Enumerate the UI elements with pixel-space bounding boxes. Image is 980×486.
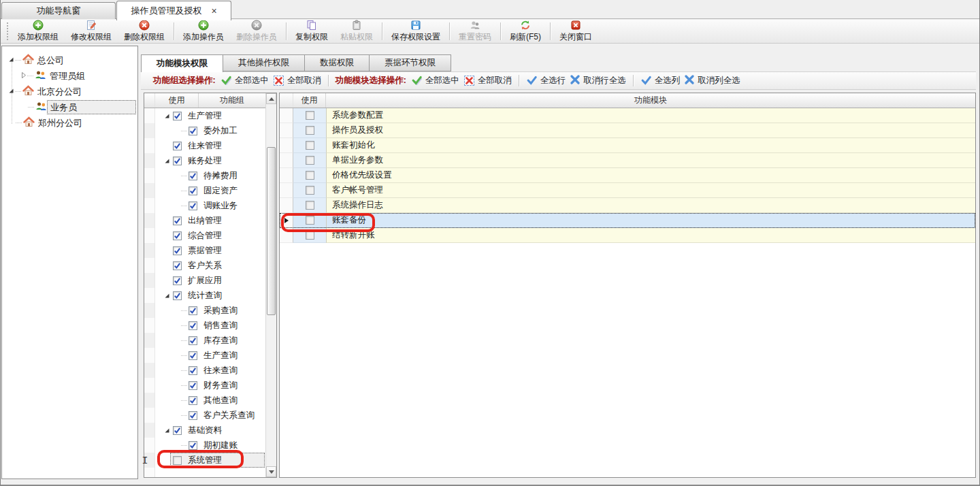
toolbar-button-关闭窗口[interactable]: 关闭窗口	[553, 20, 598, 43]
func-group-item-生产管理[interactable]: 生产管理	[155, 108, 265, 123]
checkbox-checked[interactable]	[189, 396, 197, 405]
perm-tab-票据环节权限[interactable]: 票据环节权限	[370, 54, 451, 71]
checkbox-unchecked[interactable]	[306, 216, 314, 225]
checkbox-checked[interactable]	[189, 187, 197, 195]
func-group-item-统计查询[interactable]: 统计查询	[155, 288, 265, 303]
checkbox-unchecked[interactable]	[306, 126, 314, 135]
checkbox-checked[interactable]	[173, 261, 182, 270]
toolbar-button-复制权限[interactable]: 复制权限	[289, 20, 334, 43]
checkbox-checked[interactable]	[189, 366, 197, 375]
checkbox-checked[interactable]	[189, 306, 197, 315]
func-group-item-销售查询[interactable]: 销售查询	[155, 318, 265, 333]
checkbox-checked[interactable]	[189, 201, 197, 210]
module-select-all-button[interactable]: 全部选中	[411, 75, 459, 87]
checkbox-unchecked[interactable]	[306, 231, 314, 240]
toolbar-button-粘贴权限[interactable]: 粘贴权限	[334, 20, 379, 43]
org-tree-item-管理员组[interactable]: 管理员组	[2, 68, 137, 84]
func-group-item-委外加工[interactable]: 委外加工	[155, 123, 265, 138]
checkbox-unchecked[interactable]	[306, 171, 314, 180]
func-group-item-基础资料[interactable]: 基础资料	[155, 423, 265, 438]
func-module-row-系统操作日志[interactable]: 系统操作日志	[280, 198, 975, 213]
checkbox-checked[interactable]	[189, 441, 197, 450]
checkbox-unchecked[interactable]	[173, 456, 182, 465]
func-module-row-系统参数配置[interactable]: 系统参数配置	[280, 108, 975, 123]
checkbox-unchecked[interactable]	[306, 201, 314, 210]
cancel-col-select-button[interactable]: 取消列全选	[685, 75, 740, 86]
expander-expanded-icon[interactable]	[163, 427, 173, 434]
func-group-item-采购查询[interactable]: 采购查询	[155, 303, 265, 318]
expander-expanded-icon[interactable]	[7, 56, 15, 65]
group-select-all-button[interactable]: 全部选中	[220, 75, 269, 87]
close-icon[interactable]: ×	[211, 6, 216, 16]
checkbox-checked[interactable]	[189, 336, 197, 345]
checkbox-checked[interactable]	[173, 426, 182, 435]
func-group-item-系统管理[interactable]: 系统管理	[155, 453, 265, 468]
perm-tab-功能模块权限[interactable]: 功能模块权限	[141, 54, 223, 72]
func-group-item-出纳管理[interactable]: 出纳管理	[155, 213, 265, 228]
checkbox-checked[interactable]	[173, 231, 182, 240]
group-cancel-all-button[interactable]: 全部取消	[274, 75, 321, 86]
checkbox-checked[interactable]	[189, 381, 197, 390]
select-col-button[interactable]: 全选列	[640, 75, 681, 87]
func-module-row-结转新开账[interactable]: 结转新开账	[280, 228, 975, 243]
select-row-button[interactable]: 全选行	[526, 75, 566, 87]
group-panel-scrollbar[interactable]	[265, 93, 276, 477]
func-group-item-生产查询[interactable]: 生产查询	[155, 348, 265, 363]
expander-expanded-icon[interactable]	[163, 157, 173, 165]
func-module-row-价格优先级设置[interactable]: 价格优先级设置	[280, 168, 975, 183]
func-module-row-账套备份[interactable]: 账套备份	[280, 213, 975, 228]
perm-tab-数据权限[interactable]: 数据权限	[305, 54, 370, 71]
func-group-item-调账业务[interactable]: 调账业务	[155, 198, 265, 213]
toolbar-button-删除权限组[interactable]: 删除权限组	[118, 20, 171, 43]
perm-tab-其他操作权限[interactable]: 其他操作权限	[223, 54, 305, 71]
window-tab-0[interactable]: 功能导航窗	[1, 2, 116, 19]
module-cancel-all-button[interactable]: 全部取消	[464, 75, 512, 86]
checkbox-unchecked[interactable]	[306, 156, 314, 165]
org-tree-item-郑州分公司[interactable]: 郑州分公司	[2, 115, 137, 131]
checkbox-unchecked[interactable]	[306, 111, 314, 120]
func-group-item-客户关系查询[interactable]: 客户关系查询	[155, 408, 265, 423]
org-tree-item-总公司[interactable]: 总公司	[2, 52, 137, 68]
checkbox-checked[interactable]	[173, 246, 182, 255]
toolbar-button-添加操作员[interactable]: 添加操作员	[177, 20, 230, 43]
checkbox-unchecked[interactable]	[306, 186, 314, 195]
func-group-item-往来查询[interactable]: 往来查询	[155, 363, 265, 378]
checkbox-checked[interactable]	[173, 157, 182, 165]
func-group-item-库存查询[interactable]: 库存查询	[155, 333, 265, 348]
func-module-row-操作员及授权[interactable]: 操作员及授权	[280, 123, 975, 138]
func-group-item-固定资产[interactable]: 固定资产	[155, 183, 265, 198]
expander-expanded-icon[interactable]	[163, 292, 173, 299]
func-group-item-客户关系[interactable]: 客户关系	[155, 258, 265, 273]
expander-expanded-icon[interactable]	[163, 112, 173, 120]
func-group-item-账务处理[interactable]: 账务处理	[155, 153, 265, 168]
checkbox-unchecked[interactable]	[306, 141, 314, 150]
toolbar-button-重置密码[interactable]: 重置密码	[453, 20, 497, 43]
checkbox-checked[interactable]	[173, 142, 182, 150]
checkbox-checked[interactable]	[173, 276, 182, 285]
checkbox-checked[interactable]	[189, 172, 197, 180]
toolbar-button-保存权限设置[interactable]: 保存权限设置	[385, 20, 446, 43]
cancel-row-select-button[interactable]: 取消行全选	[570, 75, 626, 86]
func-group-item-往来管理[interactable]: 往来管理	[155, 138, 265, 153]
func-module-row-单据业务参数[interactable]: 单据业务参数	[280, 153, 975, 168]
func-group-item-期初建账[interactable]: 期初建账	[155, 438, 265, 453]
checkbox-checked[interactable]	[173, 216, 182, 225]
func-module-row-客户帐号管理[interactable]: 客户帐号管理	[280, 183, 975, 198]
checkbox-checked[interactable]	[189, 321, 197, 330]
func-group-item-票据管理[interactable]: 票据管理	[155, 243, 265, 258]
checkbox-checked[interactable]	[189, 411, 197, 420]
scrollbar-thumb[interactable]	[267, 147, 276, 315]
toolbar-button-添加权限组[interactable]: 添加权限组	[12, 20, 65, 43]
org-tree-item-业务员[interactable]: 业务员	[2, 99, 137, 115]
toolbar-grip[interactable]	[7, 22, 9, 40]
toolbar-button-修改权限组[interactable]: 修改权限组	[65, 20, 118, 43]
func-group-item-综合管理[interactable]: 综合管理	[155, 228, 265, 243]
func-group-item-其他查询[interactable]: 其他查询	[155, 393, 265, 408]
func-group-item-待摊费用[interactable]: 待摊费用	[155, 168, 265, 183]
expander-expanded-icon[interactable]	[7, 87, 15, 97]
org-tree-item-北京分公司[interactable]: 北京分公司	[2, 84, 137, 99]
func-module-row-账套初始化[interactable]: 账套初始化	[280, 138, 975, 153]
window-tab-active[interactable]: 操作员管理及授权×	[116, 1, 231, 20]
func-group-item-扩展应用[interactable]: 扩展应用	[155, 273, 265, 288]
checkbox-checked[interactable]	[173, 291, 182, 300]
